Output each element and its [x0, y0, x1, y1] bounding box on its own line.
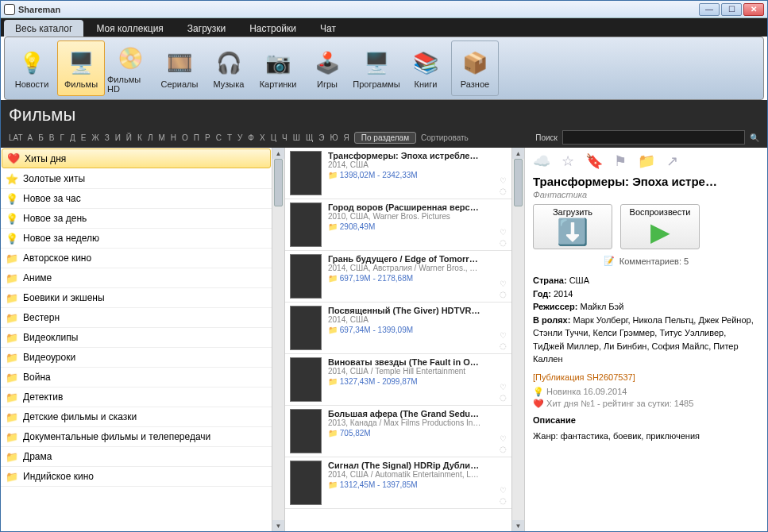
bulb-icon[interactable]: ◌: [500, 393, 507, 402]
scroll-up-icon[interactable]: ▲: [272, 148, 284, 159]
alpha-letter[interactable]: Ш: [293, 133, 300, 142]
search-icon[interactable]: 🔍: [750, 133, 759, 142]
movie-row[interactable]: Грань будущего / Edge of Tomorrow WE2014…: [285, 251, 511, 303]
bulb-icon[interactable]: ◌: [500, 290, 507, 299]
alpha-letter[interactable]: Г: [60, 133, 64, 142]
bulb-icon[interactable]: ◌: [500, 496, 507, 505]
scroll-thumb[interactable]: [514, 159, 523, 206]
category-item[interactable]: Новое за час: [1, 189, 272, 209]
category-item[interactable]: Новое за день: [1, 209, 272, 229]
tab-3[interactable]: Настройки: [238, 20, 307, 37]
toolbar-Сериалы[interactable]: Сериалы: [156, 40, 203, 96]
heart-icon[interactable]: ♡: [500, 176, 507, 185]
movie-row[interactable]: Сигнал (The Signal) HDRip Дублирован2014…: [285, 457, 511, 509]
toolbar-Фильмы HD[interactable]: Фильмы HD: [106, 40, 154, 96]
alpha-letter[interactable]: Я: [344, 133, 349, 142]
maximize-button[interactable]: ☐: [721, 3, 742, 16]
movie-row[interactable]: Трансформеры: Эпоха истребления (T2014, …: [285, 148, 511, 199]
alpha-letter[interactable]: Ф: [248, 133, 254, 142]
tab-2[interactable]: Загрузки: [176, 20, 237, 37]
alpha-letter[interactable]: Щ: [306, 133, 313, 142]
alpha-letter[interactable]: Ц: [271, 133, 276, 142]
search-input[interactable]: [562, 130, 745, 145]
alpha-letter[interactable]: Ю: [330, 133, 338, 142]
heart-icon[interactable]: ♡: [500, 279, 507, 288]
alpha-letter[interactable]: У: [237, 133, 242, 142]
close-button[interactable]: ✕: [743, 3, 764, 16]
heart-icon[interactable]: ♡: [500, 434, 507, 443]
by-sections-button[interactable]: По разделам: [354, 132, 416, 144]
alpha-letter[interactable]: Й: [126, 133, 132, 142]
scroll-up-icon[interactable]: ▲: [512, 148, 524, 159]
category-item[interactable]: Аниме: [1, 268, 272, 288]
minimize-button[interactable]: —: [699, 3, 720, 16]
category-item[interactable]: Хиты дня: [2, 148, 271, 168]
sidebar-scrollbar[interactable]: ▲ ▼: [272, 148, 284, 531]
heart-icon[interactable]: ♡: [500, 228, 507, 237]
movie-row[interactable]: Город воров (Расширенная версия) / Th201…: [285, 199, 511, 251]
alpha-letter[interactable]: Э: [318, 133, 324, 142]
alpha-letter[interactable]: Т: [227, 133, 232, 142]
category-item[interactable]: Вестерн: [1, 308, 272, 328]
share-icon[interactable]: ↗: [666, 152, 678, 170]
movie-row[interactable]: Посвященный (The Giver) HDTVRip Дуб2014,…: [285, 303, 511, 354]
star-icon[interactable]: ☆: [562, 152, 574, 170]
scroll-down-icon[interactable]: ▼: [512, 520, 524, 531]
scroll-thumb[interactable]: [274, 159, 283, 206]
category-item[interactable]: Индийское кино: [1, 467, 272, 487]
alpha-letter[interactable]: В: [49, 133, 55, 142]
bulb-icon[interactable]: ◌: [500, 238, 507, 247]
alpha-letter[interactable]: И: [115, 133, 121, 142]
movie-row[interactable]: Виноваты звезды (The Fault in Our Sta201…: [285, 354, 511, 406]
alpha-letter[interactable]: К: [137, 133, 142, 142]
alpha-letter[interactable]: Е: [81, 133, 87, 142]
bulb-icon[interactable]: ◌: [500, 187, 507, 195]
toolbar-Программы[interactable]: Программы: [353, 40, 400, 96]
scroll-down-icon[interactable]: ▼: [272, 520, 284, 531]
play-button[interactable]: Воспроизвести ▶: [620, 204, 700, 249]
alpha-letter[interactable]: А: [28, 133, 33, 142]
alpha-letter[interactable]: О: [182, 133, 188, 142]
alpha-letter[interactable]: Б: [38, 133, 44, 142]
heart-icon[interactable]: ♡: [500, 486, 507, 495]
movie-scrollbar[interactable]: ▲ ▼: [511, 148, 524, 531]
movie-row[interactable]: Большая афера (The Grand Seduction) H201…: [285, 406, 511, 457]
category-item[interactable]: Боевики и экшены: [1, 288, 272, 308]
alpha-letter[interactable]: З: [105, 133, 110, 142]
flag-icon[interactable]: ⚑: [614, 152, 627, 170]
alpha-letter[interactable]: Ч: [282, 133, 288, 142]
category-item[interactable]: Детские фильмы и сказки: [1, 407, 272, 427]
category-item[interactable]: Драма: [1, 447, 272, 467]
alpha-letter[interactable]: Д: [70, 133, 75, 142]
bulb-icon[interactable]: ◌: [500, 445, 507, 453]
category-item[interactable]: Новое за неделю: [1, 229, 272, 249]
tab-0[interactable]: Весь каталог: [4, 20, 83, 37]
download-button[interactable]: Загрузить ⬇️: [533, 204, 612, 249]
upload-icon[interactable]: ☁️: [533, 152, 550, 170]
alpha-letter[interactable]: Х: [260, 133, 265, 142]
tab-1[interactable]: Моя коллекция: [85, 20, 174, 37]
folder-icon[interactable]: 📁: [638, 152, 655, 170]
sort-button[interactable]: Сортировать: [421, 133, 469, 142]
comments-row[interactable]: 📝 Комментариев: 5: [533, 256, 759, 266]
toolbar-Фильмы[interactable]: Фильмы: [57, 40, 105, 96]
alpha-letter[interactable]: Р: [205, 133, 210, 142]
alpha-letter[interactable]: П: [194, 133, 199, 142]
toolbar-Книги[interactable]: Книги: [402, 40, 450, 96]
alpha-letter[interactable]: М: [158, 133, 164, 142]
toolbar-Игры[interactable]: Игры: [303, 40, 351, 96]
category-item[interactable]: Война: [1, 368, 272, 387]
heart-icon[interactable]: ♡: [500, 331, 507, 340]
category-item[interactable]: Документальные фильмы и телепередачи: [1, 427, 272, 447]
tag-icon[interactable]: 🔖: [585, 152, 603, 170]
category-item[interactable]: Детектив: [1, 387, 272, 407]
alpha-letter[interactable]: Л: [148, 133, 153, 142]
alpha-lat[interactable]: LAT: [9, 133, 23, 142]
alpha-letter[interactable]: С: [216, 133, 222, 142]
category-item[interactable]: Авторское кино: [1, 249, 272, 268]
tab-4[interactable]: Чат: [309, 20, 347, 37]
category-item[interactable]: Золотые хиты: [1, 169, 272, 189]
toolbar-Новости[interactable]: Новости: [8, 40, 56, 96]
toolbar-Музыка[interactable]: Музыка: [205, 40, 253, 96]
category-item[interactable]: Видеоклипы: [1, 328, 272, 348]
